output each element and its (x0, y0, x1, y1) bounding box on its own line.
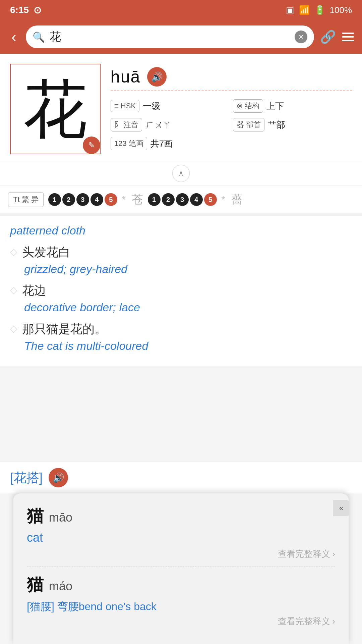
def-phrase-3: ◇ 那只猫是花的。 (10, 321, 352, 337)
structure-label: 结构 (245, 101, 259, 111)
pronunciation-item: 阝 注音 ㄏㄨㄚ (111, 118, 230, 131)
variant1-star: * (122, 194, 126, 205)
font-variants-row: Tt 繁 异 1 2 3 4 5 * 苍 1 2 3 4 5 * 薔 (0, 185, 362, 213)
pronunciation-value: ㄏㄨㄚ (145, 119, 172, 131)
variant2-circle-3[interactable]: 3 (176, 193, 189, 206)
popup-pinyin-1: máo (49, 579, 72, 593)
strokes-item: 123 笔画 共7画 (111, 137, 230, 150)
popup-entry-0: 猫 māo cat 查看完整释义 › (27, 505, 335, 567)
status-right: ▣ 📶 🔋 100% (286, 5, 352, 15)
bottom-audio-button[interactable]: 🔊 (49, 468, 68, 487)
structure-value: 上下 (266, 100, 284, 112)
definition-entry-2: ◇ 花边 decorative border; lace (10, 282, 352, 316)
menu-line-3 (342, 40, 354, 41)
pinyin-row: huā 🔊 (111, 67, 352, 91)
structure-icon: ⊗ (237, 102, 243, 110)
collapse-handle: ∧ (0, 161, 362, 185)
variant1-circles: 1 2 3 4 5 (48, 193, 117, 206)
variant2-circle-1[interactable]: 1 (148, 193, 161, 206)
variant1-circle-4[interactable]: 4 (90, 193, 103, 206)
notification-icon: ⊙ (34, 5, 41, 16)
structure-badge: ⊗ 结构 (233, 99, 263, 113)
chinese-phrase-2: 花边 (22, 282, 46, 299)
pinyin-display: huā (111, 67, 140, 87)
pronunciation-badge: 阝 注音 (111, 118, 142, 131)
pron-icon: 阝 (114, 120, 122, 130)
popup-char-1: 猫 (27, 574, 44, 596)
popup-box: « 猫 māo cat 查看完整释义 › 猫 máo [猫腰] 弯腰bend o… (13, 493, 349, 644)
font-label-text: 繁 异 (22, 195, 39, 205)
popup-example-text-1: 弯腰bend one's back (57, 600, 157, 612)
edit-button[interactable]: ✎ (83, 137, 100, 154)
bottom-bar: [花搭] 🔊 (0, 462, 362, 493)
hsk-badge: ≡ HSK (111, 100, 139, 112)
variant1-circle-3[interactable]: 3 (76, 193, 89, 206)
popup-collapse-button[interactable]: « (333, 500, 349, 516)
popup-link-text-1: 查看完整释义 (278, 615, 330, 627)
radical-item: 器 部首 艹部 (233, 118, 352, 131)
radical-badge: 器 部首 (233, 118, 264, 131)
radical-label: 部首 (246, 120, 261, 130)
search-bar-container: 🔍 ✕ (26, 25, 314, 48)
clear-button[interactable]: ✕ (295, 31, 307, 43)
variant2-circle-4[interactable]: 4 (190, 193, 203, 206)
variant1-char: 苍 (132, 192, 143, 207)
popup-entry-1: 猫 máo [猫腰] 弯腰bend one's back 查看完整释义 › (27, 574, 335, 634)
strokes-value: 共7画 (150, 138, 173, 150)
audio-button[interactable]: 🔊 (147, 67, 167, 87)
structure-item: ⊗ 结构 上下 (233, 99, 352, 113)
popup-meaning-0: cat (27, 531, 335, 545)
collapse-button[interactable]: ∧ (172, 165, 190, 182)
pron-label: 注音 (124, 120, 138, 130)
popup-link-text-0: 查看完整释义 (278, 548, 330, 560)
popup-link-arrow-1: › (332, 616, 335, 627)
font-label: Tt 繁 异 (8, 192, 44, 207)
popup-char-0: 猫 (27, 505, 44, 527)
character-card: 花 ✎ huā 🔊 ≡ HSK 一级 ⊗ 结构 上下 (0, 54, 362, 161)
variant1-circle-2[interactable]: 2 (62, 193, 75, 206)
main-character: 花 (23, 77, 87, 141)
popup-char-row-0: 猫 māo (27, 505, 335, 527)
popup-link-1[interactable]: 查看完整释义 › (27, 615, 335, 627)
bottom-phrase: [花搭] (10, 469, 43, 486)
back-button[interactable]: ‹ (8, 29, 20, 45)
search-input[interactable] (50, 31, 290, 44)
menu-button[interactable] (342, 33, 354, 41)
popup-example-1: [猫腰] 弯腰bend one's back (27, 599, 335, 614)
menu-line-1 (342, 33, 354, 34)
wifi-icon: 📶 (299, 5, 310, 15)
popup-link-arrow-0: › (332, 549, 335, 559)
popup-example-bracket-1: [猫腰] (27, 600, 54, 612)
link-icon[interactable]: 🔗 (320, 30, 336, 44)
time-display: 6:15 (10, 5, 29, 15)
diamond-icon-3: ◇ (10, 323, 17, 334)
menu-line-2 (342, 36, 354, 38)
popup-link-0[interactable]: 查看完整释义 › (27, 548, 335, 560)
radical-value: 艹部 (268, 119, 285, 131)
variant1-circle-5[interactable]: 5 (105, 193, 117, 206)
meta-grid: ≡ HSK 一级 ⊗ 结构 上下 阝 注音 ㄏㄨㄚ (111, 99, 352, 150)
english-def-0: patterned cloth (10, 223, 352, 239)
definition-entry-1: ◇ 头发花白 grizzled; grey-haired (10, 244, 352, 277)
english-def-2: decorative border; lace (24, 300, 352, 316)
variant2-circle-2[interactable]: 2 (162, 193, 175, 206)
def-phrase-1: ◇ 头发花白 (10, 244, 352, 261)
app-header: ‹ 🔍 ✕ 🔗 (0, 20, 362, 54)
character-box: 花 ✎ (10, 64, 101, 154)
hsk-icon: ≡ (114, 102, 119, 110)
font-tt-icon: Tt (13, 195, 20, 204)
hsk-level: 一级 (143, 100, 160, 112)
variant1-circle-1[interactable]: 1 (48, 193, 61, 206)
popup-overlay: [花搭] 🔊 « 猫 māo cat 查看完整释义 › 猫 máo [猫腰] (0, 462, 362, 644)
hsk-item: ≡ HSK 一级 (111, 99, 230, 113)
variant2-circle-5[interactable]: 5 (204, 193, 217, 206)
battery-level: 100% (330, 5, 352, 15)
def-phrase-2: ◇ 花边 (10, 282, 352, 299)
strokes-badge: 123 笔画 (111, 137, 147, 150)
popup-pinyin-0: māo (49, 511, 72, 525)
character-info: huā 🔊 ≡ HSK 一级 ⊗ 结构 上下 阝 注音 (111, 64, 352, 154)
variant2-char: 薔 (231, 192, 243, 207)
diamond-icon-2: ◇ (10, 284, 17, 296)
hsk-label: HSK (121, 102, 136, 110)
variant2-circles: 1 2 3 4 5 (148, 193, 217, 206)
